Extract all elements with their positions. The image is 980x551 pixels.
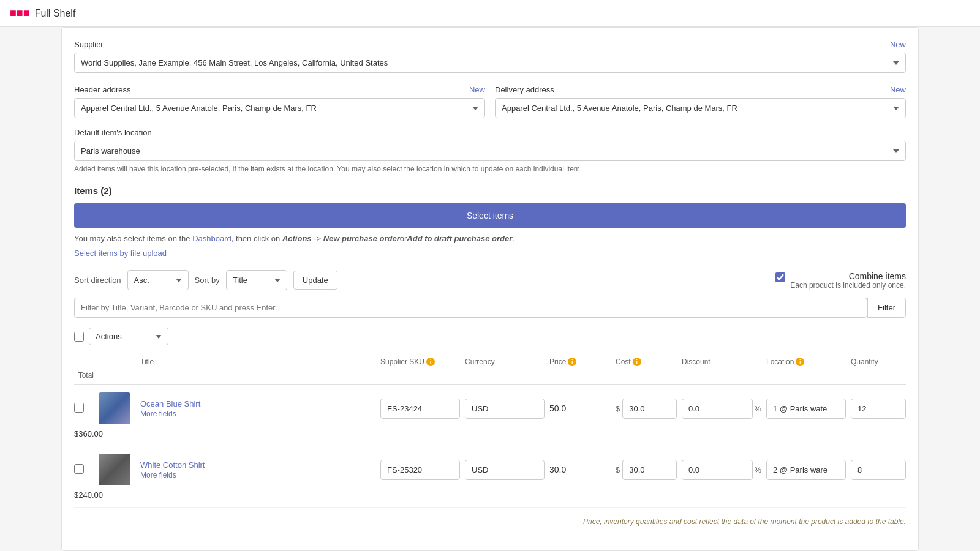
footer-note: Price, inventory quantities and cost ref… (74, 517, 906, 526)
delivery-address-select[interactable]: Apparel Central Ltd., 5 Avenue Anatole, … (495, 98, 906, 118)
row1-image-cell (99, 392, 135, 424)
table-header: Title Supplier SKU i Currency Price i Co… (74, 353, 906, 385)
sort-by-select[interactable]: Title SKU Price (226, 270, 287, 290)
row2-percent-symbol: % (754, 465, 761, 474)
header-address-label: Header address (74, 85, 131, 94)
delivery-address-new-link[interactable]: New (890, 85, 906, 94)
filter-button[interactable]: Filter (867, 298, 906, 318)
location-header-label: Location (766, 358, 794, 366)
cost-col-header: Cost i (616, 358, 677, 366)
items-section: Items (2) Select items You may also sele… (74, 186, 906, 526)
row2-total-cell: $240.00 (74, 490, 94, 500)
header-address-group: Header address New Apparel Central Ltd.,… (74, 85, 485, 118)
row2-quantity-input[interactable] (851, 460, 906, 480)
row1-total-value: $360.00 (74, 429, 103, 438)
row2-location-input[interactable] (766, 460, 846, 480)
row1-price-cell: 50.0 (549, 403, 611, 413)
app-title: Full Shelf (35, 8, 76, 19)
row2-cost-input[interactable] (622, 460, 677, 480)
price-header-label: Price (549, 358, 566, 366)
price-info-icon: i (568, 358, 576, 366)
supplier-sku-col-header: Supplier SKU i (380, 358, 460, 366)
row1-discount-input[interactable] (682, 399, 753, 419)
currency-header-label: Currency (465, 358, 495, 366)
cost-header-label: Cost (616, 358, 631, 366)
row2-product-image (99, 454, 130, 485)
supplier-select[interactable]: World Supplies, Jane Example, 456 Main S… (74, 53, 906, 73)
row2-discount-cell: % (682, 460, 761, 480)
row2-title-cell: White Cotton Shirt More fields (140, 460, 375, 479)
row2-sku-input[interactable] (380, 460, 460, 480)
row2-quantity-cell (851, 460, 906, 480)
items-header: Items (2) (74, 186, 906, 196)
row1-cost-input[interactable] (622, 399, 677, 419)
row2-price-cell: 30.0 (549, 465, 611, 474)
supplier-sku-header-label: Supplier SKU (380, 358, 424, 366)
filter-input[interactable] (74, 298, 867, 318)
dashboard-link[interactable]: Dashboard (192, 234, 232, 243)
sort-direction-label: Sort direction (74, 276, 121, 285)
dashboard-note: You may also select items on the Dashboa… (74, 234, 906, 243)
row1-currency-input[interactable] (465, 399, 545, 419)
price-col-header: Price i (549, 358, 611, 366)
row1-title-cell: Ocean Blue Shirt More fields (140, 399, 375, 418)
update-button[interactable]: Update (293, 271, 337, 290)
new-purchase-bold-text: New purchase order (323, 234, 400, 243)
logo: ■■■ (10, 7, 30, 20)
supplier-label: Supplier (74, 40, 104, 49)
total-header-label: Total (78, 371, 94, 380)
row2-product-name[interactable]: White Cotton Shirt (140, 460, 375, 470)
title-col-header: Title (140, 358, 375, 366)
location-col-header: Location i (766, 358, 846, 366)
default-location-label: Default item's location (74, 128, 152, 137)
row1-quantity-input[interactable] (851, 399, 906, 419)
row2-cost-cell: $ (616, 460, 677, 480)
actions-row: Actions (74, 328, 906, 345)
actions-select[interactable]: Actions (89, 328, 168, 345)
default-location-select[interactable]: Paris warehouse (74, 141, 906, 161)
cost-info-icon: i (633, 358, 641, 366)
header-address-select[interactable]: Apparel Central Ltd., 5 Avenue Anatole, … (74, 98, 485, 118)
row2-checkbox-cell (74, 464, 94, 476)
row2-total-value: $240.00 (74, 490, 103, 500)
row2-more-fields[interactable]: More fields (140, 471, 375, 479)
row1-location-input[interactable] (766, 399, 846, 419)
row2-image-cell (99, 454, 135, 485)
row2-checkbox[interactable] (74, 464, 84, 474)
supplier-new-link[interactable]: New (890, 40, 906, 49)
dashboard-note-mid: , then click on (232, 234, 282, 243)
address-section: Header address New Apparel Central Ltd.,… (74, 85, 906, 118)
discount-header-label: Discount (682, 358, 710, 366)
row2-discount-input[interactable] (682, 460, 753, 480)
combine-items-checkbox[interactable] (775, 272, 785, 282)
main-content: Supplier New World Supplies, Jane Exampl… (61, 27, 919, 551)
quantity-col-header: Quantity (851, 358, 906, 366)
default-location-section: Default item's location Paris warehouse … (74, 128, 906, 173)
default-location-hint: Added items will have this location pre-… (74, 165, 906, 173)
dashboard-note-pre: You may also select items on the (74, 234, 192, 243)
quantity-header-label: Quantity (851, 358, 878, 366)
select-all-checkbox[interactable] (74, 332, 84, 342)
combine-sublabel: Each product is included only once. (790, 281, 906, 290)
row2-currency-input[interactable] (465, 460, 545, 480)
row1-price-value: 50.0 (549, 403, 566, 413)
row1-more-fields[interactable]: More fields (140, 410, 375, 418)
title-header-label: Title (140, 358, 154, 366)
select-items-button[interactable]: Select items (74, 203, 906, 228)
add-draft-bold-text: Add to draft purchase order (407, 234, 512, 243)
currency-col-header: Currency (465, 358, 545, 366)
header-address-new-link[interactable]: New (469, 85, 485, 94)
location-info-icon: i (796, 358, 804, 366)
sort-direction-select[interactable]: Asc. Desc. (127, 270, 189, 290)
discount-col-header: Discount (682, 358, 761, 366)
file-upload-link[interactable]: Select items by file upload (74, 249, 167, 258)
table-row: Ocean Blue Shirt More fields 50.0 $ % (74, 385, 906, 446)
row1-discount-cell: % (682, 399, 761, 419)
row1-product-name[interactable]: Ocean Blue Shirt (140, 399, 375, 408)
table-row: White Cotton Shirt More fields 30.0 $ % (74, 446, 906, 508)
row1-checkbox[interactable] (74, 403, 84, 413)
row1-sku-input[interactable] (380, 399, 460, 419)
sort-row: Sort direction Asc. Desc. Sort by Title … (74, 270, 906, 290)
delivery-address-label: Delivery address (495, 85, 554, 94)
row1-cost-cell: $ (616, 399, 677, 419)
